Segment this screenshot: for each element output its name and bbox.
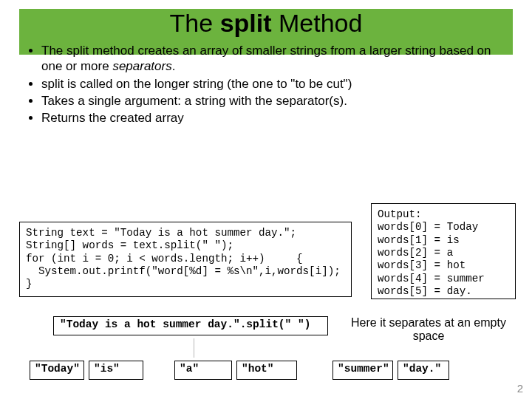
token-box: "Today" <box>30 361 84 380</box>
bullet-item: The split method creates an array of sma… <box>41 43 511 75</box>
title-post: Method <box>272 9 363 37</box>
b0-post2: . <box>172 59 176 73</box>
bullet-list: The split method creates an array of sma… <box>24 43 511 127</box>
code-block-source: String text = "Today is a hot summer day… <box>19 222 352 297</box>
slide-root: The split Method The split method create… <box>0 0 532 399</box>
page-number: 2 <box>517 382 523 395</box>
b0-pre: The <box>41 44 66 58</box>
arrow-down-icon <box>194 338 194 358</box>
bullet-item: Returns the created array <box>41 110 511 126</box>
token-row: "Today" "is" "a" "hot" "summer" "day." <box>30 361 502 381</box>
token-box: "day." <box>398 361 449 380</box>
token-box: "a" <box>174 361 232 380</box>
b0-ital: separators <box>112 59 171 73</box>
title-pre: The <box>170 9 220 37</box>
token-box: "is" <box>89 361 143 380</box>
token-box: "summer" <box>332 361 393 380</box>
token-box: "hot" <box>236 361 297 380</box>
b0-post1: method creates an array of smaller strin… <box>41 44 491 73</box>
expression-box: "Today is a hot summer day.".split(" ") <box>53 316 328 335</box>
code-block-output: Output: words[0] = Today words[1] = is w… <box>371 203 516 299</box>
slide-title: The split Method <box>0 9 532 38</box>
bullet-item: split is called on the longer string (th… <box>41 76 511 92</box>
bullet-item: Takes a single argument: a string with t… <box>41 93 511 109</box>
b0-bold: split <box>66 44 89 58</box>
title-bold: split <box>220 9 272 37</box>
separator-note: Here it separates at an empty space <box>347 316 510 344</box>
